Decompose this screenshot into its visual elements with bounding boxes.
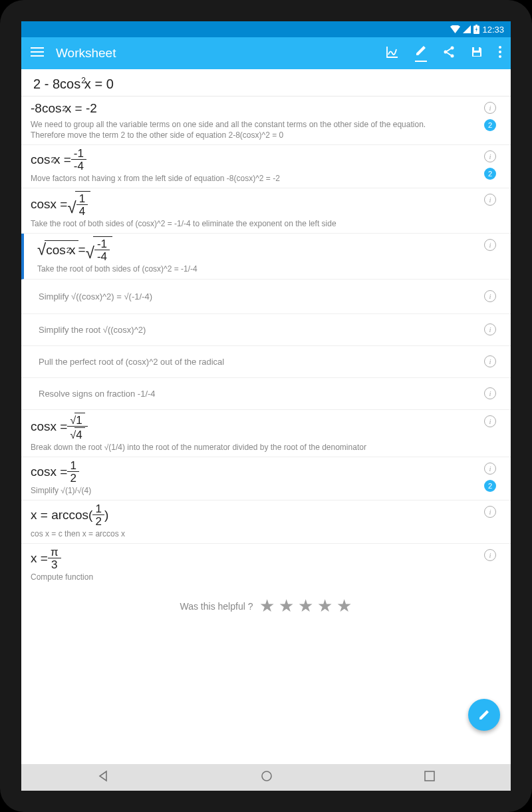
svg-rect-4 bbox=[31, 55, 44, 57]
screen: 12:33 Worksheet 2 - 8cos2x = 0 -8cos2x =… bbox=[21, 21, 511, 791]
step-4-expl: Take the root of both sides of (cosx)^2 … bbox=[37, 262, 501, 277]
info-icon[interactable]: i bbox=[484, 102, 496, 114]
star-5[interactable]: ★ bbox=[336, 596, 352, 616]
step-7-expl: Pull the perfect root of (cosx)^2 out of… bbox=[39, 357, 224, 367]
step-9-eq: cosx = √1 √4 bbox=[31, 413, 501, 441]
step-8-expl: Resolve signs on fraction -1/-4 bbox=[39, 389, 156, 399]
step-10-eq: cosx = 12 bbox=[31, 460, 501, 484]
rating-row: Was this helpful ? ★ ★ ★ ★ ★ bbox=[21, 586, 511, 631]
step-11: x = arccos( 12 ) cos x = c then x = arcc… bbox=[21, 501, 511, 544]
info-icon[interactable]: i bbox=[484, 387, 496, 399]
wifi-icon bbox=[450, 25, 460, 33]
step-5: Simplify √((cosx)^2) = √(-1/-4) i bbox=[21, 280, 511, 314]
step-count-badge[interactable]: 2 bbox=[484, 168, 496, 180]
fraction: -1-4 bbox=[71, 148, 86, 172]
step-6-expl: Simplify the root √((cosx)^2) bbox=[39, 325, 146, 335]
step-3-expl: Take the root of both sides of (cosx)^2 … bbox=[31, 217, 501, 232]
page-title: Worksheet bbox=[56, 46, 386, 61]
app-bar: Worksheet bbox=[21, 37, 511, 69]
svg-point-10 bbox=[499, 46, 501, 49]
info-icon[interactable]: i bbox=[484, 415, 496, 427]
star-2[interactable]: ★ bbox=[279, 596, 294, 616]
step-6: Simplify the root √((cosx)^2) i bbox=[21, 314, 511, 346]
step-9-expl: Break down the root √(1/4) into the root… bbox=[31, 441, 501, 455]
tablet-frame: 12:33 Worksheet 2 - 8cos2x = 0 -8cos2x =… bbox=[0, 0, 532, 812]
svg-rect-9 bbox=[473, 53, 480, 56]
star-4[interactable]: ★ bbox=[317, 596, 332, 616]
fraction: 12 bbox=[67, 460, 78, 484]
menu-icon[interactable] bbox=[31, 47, 44, 59]
svg-point-11 bbox=[499, 51, 501, 53]
step-1-eq: -8cos2x = -2 bbox=[31, 99, 501, 118]
status-bar: 12:33 bbox=[21, 21, 511, 37]
toolbar-actions bbox=[386, 45, 501, 62]
nav-back-icon[interactable] bbox=[97, 770, 109, 785]
step-12-eq: x = π3 bbox=[31, 546, 501, 570]
nav-home-icon[interactable] bbox=[261, 770, 273, 785]
save-icon[interactable] bbox=[471, 46, 483, 61]
step-count-badge[interactable]: 2 bbox=[484, 119, 496, 131]
rating-stars: ★ ★ ★ ★ ★ bbox=[259, 596, 352, 616]
step-3-eq: cosx = √14 bbox=[31, 191, 501, 217]
step-4: √cos2x = √-1-4 Take the root of both sid… bbox=[21, 234, 511, 279]
sqrt-rhs: √-1-4 bbox=[86, 236, 112, 262]
sqrt-lhs: √cos2x bbox=[37, 240, 78, 259]
svg-rect-1 bbox=[475, 25, 477, 26]
step-9: cosx = √1 √4 Break down the root √(1/4) … bbox=[21, 410, 511, 457]
step-10: cosx = 12 Simplify √(1)/√(4) i 2 bbox=[21, 457, 511, 501]
overflow-icon[interactable] bbox=[499, 46, 501, 61]
problem-equation: 2 - 8cos2x = 0 bbox=[21, 69, 511, 97]
share-icon[interactable] bbox=[443, 45, 455, 61]
sqrt: √14 bbox=[67, 191, 90, 217]
step-4-eq: √cos2x = √-1-4 bbox=[37, 236, 501, 262]
info-icon[interactable]: i bbox=[484, 323, 496, 335]
step-count-badge[interactable]: 2 bbox=[484, 480, 496, 492]
step-11-eq: x = arccos( 12 ) bbox=[31, 503, 501, 527]
info-icon[interactable]: i bbox=[484, 290, 496, 302]
step-8: Resolve signs on fraction -1/-4 i bbox=[21, 378, 511, 410]
step-2: cos2x = -1-4 Move factors not having x f… bbox=[21, 145, 511, 188]
fraction: π3 bbox=[48, 546, 61, 570]
step-1-expl: We need to group all the variable terms … bbox=[31, 118, 501, 143]
edit-icon[interactable] bbox=[415, 45, 427, 62]
info-icon[interactable]: i bbox=[484, 150, 496, 162]
info-icon[interactable]: i bbox=[484, 506, 496, 518]
graph-icon[interactable] bbox=[386, 45, 399, 61]
step-12-expl: Compute function bbox=[31, 570, 501, 585]
info-icon[interactable]: i bbox=[484, 463, 496, 475]
fraction: √1 √4 bbox=[67, 413, 87, 441]
fraction: 12 bbox=[92, 503, 104, 527]
step-1: -8cos2x = -2 We need to group all the va… bbox=[21, 97, 511, 145]
step-11-expl: cos x = c then x = arccos x bbox=[31, 527, 501, 542]
nav-recent-icon[interactable] bbox=[424, 771, 435, 784]
step-2-eq: cos2x = -1-4 bbox=[31, 148, 501, 172]
step-12: x = π3 Compute function i bbox=[21, 544, 511, 586]
svg-rect-3 bbox=[31, 51, 44, 53]
svg-point-13 bbox=[262, 771, 271, 781]
step-5-expl: Simplify √((cosx)^2) = √(-1/-4) bbox=[39, 292, 152, 302]
signal-icon bbox=[463, 25, 471, 33]
rating-label: Was this helpful ? bbox=[180, 601, 253, 612]
battery-icon bbox=[473, 25, 479, 34]
fab-edit-button[interactable] bbox=[468, 699, 500, 731]
step-10-expl: Simplify √(1)/√(4) bbox=[31, 484, 501, 499]
step-2-expl: Move factors not having x from the left … bbox=[31, 172, 501, 186]
star-1[interactable]: ★ bbox=[259, 596, 275, 616]
svg-rect-8 bbox=[474, 47, 479, 51]
info-icon[interactable]: i bbox=[484, 355, 496, 367]
nav-bar bbox=[21, 764, 511, 791]
step-7: Pull the perfect root of (cosx)^2 out of… bbox=[21, 346, 511, 378]
status-time: 12:33 bbox=[482, 25, 504, 35]
content-area[interactable]: 2 - 8cos2x = 0 -8cos2x = -2 We need to g… bbox=[21, 69, 511, 764]
step-3: cosx = √14 Take the root of both sides o… bbox=[21, 188, 511, 234]
svg-rect-2 bbox=[31, 47, 44, 49]
svg-point-12 bbox=[499, 55, 501, 58]
star-3[interactable]: ★ bbox=[298, 596, 313, 616]
svg-rect-14 bbox=[425, 771, 434, 781]
